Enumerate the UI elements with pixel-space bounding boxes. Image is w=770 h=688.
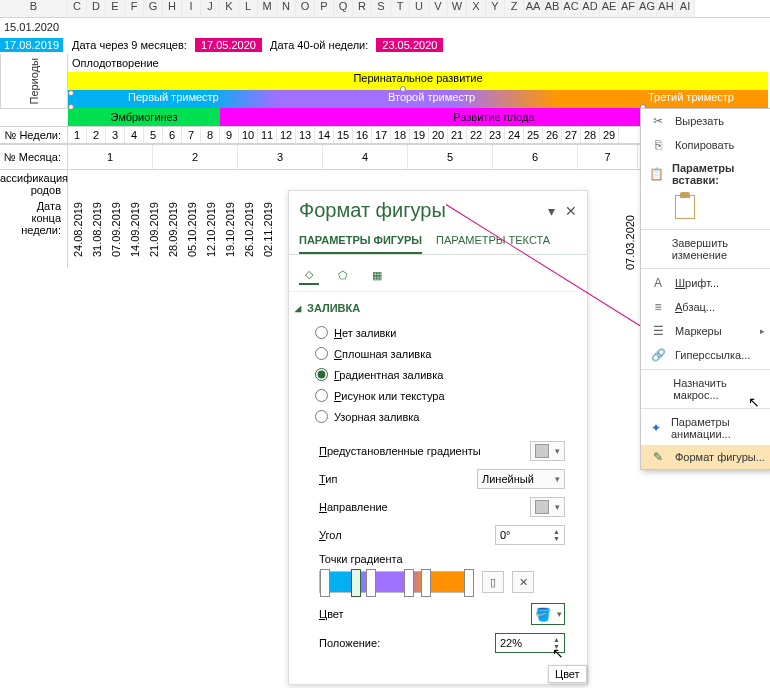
col[interactable]: AC xyxy=(562,0,581,17)
week-cell[interactable]: 24 xyxy=(505,127,524,143)
ctx-cut[interactable]: ✂Вырезать xyxy=(641,109,770,133)
tab-shape-options[interactable]: ПАРАМЕТРЫ ФИГУРЫ xyxy=(299,230,422,254)
ctx-bullets[interactable]: ☰Маркеры▸ xyxy=(641,319,770,343)
month-cell[interactable]: 4 xyxy=(323,145,408,169)
week-cell[interactable]: 9 xyxy=(220,127,239,143)
add-stop-button[interactable]: ▯ xyxy=(482,571,504,593)
cell-date-top[interactable]: 15.01.2020 xyxy=(0,21,68,33)
shape-handle[interactable] xyxy=(68,90,74,96)
col[interactable]: F xyxy=(125,0,144,17)
embryo-bar[interactable]: Эмбриогинез xyxy=(68,108,220,126)
col[interactable]: AD xyxy=(581,0,600,17)
col[interactable]: S xyxy=(372,0,391,17)
gradient-bar[interactable] xyxy=(319,571,474,593)
direction-dropdown[interactable]: ▾ xyxy=(530,497,565,517)
col[interactable]: N xyxy=(277,0,296,17)
col[interactable]: V xyxy=(429,0,448,17)
month-cell[interactable]: 7 xyxy=(578,145,638,169)
radio-picture-fill[interactable]: Рисунок или текстура xyxy=(315,385,577,406)
col[interactable]: L xyxy=(239,0,258,17)
week-cell[interactable]: 10 xyxy=(239,127,258,143)
col-B[interactable]: B xyxy=(0,0,68,17)
month-cell[interactable]: 3 xyxy=(238,145,323,169)
ctx-paragraph[interactable]: ≡Абзац... xyxy=(641,295,770,319)
week-cell[interactable]: 20 xyxy=(429,127,448,143)
shape-handle[interactable] xyxy=(68,104,74,110)
week-cell[interactable]: 18 xyxy=(391,127,410,143)
col[interactable]: C xyxy=(68,0,87,17)
color-picker-button[interactable]: 🪣▾ xyxy=(531,603,565,625)
perinatal-bar[interactable]: Перинатальное развитие xyxy=(68,72,768,90)
angle-input[interactable]: 0°▲▼ xyxy=(495,525,565,545)
col[interactable]: O xyxy=(296,0,315,17)
ctx-macro[interactable]: Назначить макрос... xyxy=(641,372,770,406)
week-cell[interactable]: 4 xyxy=(125,127,144,143)
ctx-format-shape[interactable]: ✎Формат фигуры... xyxy=(641,445,770,469)
ninemonths-value[interactable]: 17.05.2020 xyxy=(195,38,262,52)
col[interactable]: E xyxy=(106,0,125,17)
month-cell[interactable]: 2 xyxy=(153,145,238,169)
paste-option-button[interactable] xyxy=(675,195,695,219)
radio-pattern-fill[interactable]: Узорная заливка xyxy=(315,406,577,427)
week-cell[interactable]: 11 xyxy=(258,127,277,143)
week-cell[interactable]: 6 xyxy=(163,127,182,143)
gradient-stop[interactable] xyxy=(464,569,474,597)
pane-close-icon[interactable]: ✕ xyxy=(565,203,577,219)
col[interactable]: AB xyxy=(543,0,562,17)
radio-gradient-fill[interactable]: Градиентная заливка xyxy=(315,364,577,385)
month-cell[interactable]: 6 xyxy=(493,145,578,169)
gradient-stop-selected[interactable] xyxy=(351,569,361,597)
week-cell[interactable]: 29 xyxy=(600,127,619,143)
week-cell[interactable]: 19 xyxy=(410,127,429,143)
ctx-copy[interactable]: ⎘Копировать xyxy=(641,133,770,157)
col[interactable]: AA xyxy=(524,0,543,17)
gradient-stop[interactable] xyxy=(404,569,414,597)
week-cell[interactable]: 26 xyxy=(543,127,562,143)
week-cell[interactable]: 3 xyxy=(106,127,125,143)
col[interactable]: AF xyxy=(619,0,638,17)
gradient-stop[interactable] xyxy=(366,569,376,597)
col[interactable]: Q xyxy=(334,0,353,17)
fill-section-header[interactable]: ЗАЛИВКА xyxy=(289,292,587,318)
week-cell[interactable]: 21 xyxy=(448,127,467,143)
col[interactable]: U xyxy=(410,0,429,17)
week-cell[interactable]: 25 xyxy=(524,127,543,143)
week-cell[interactable]: 14 xyxy=(315,127,334,143)
ctx-hyperlink[interactable]: 🔗Гиперссылка... xyxy=(641,343,770,367)
week-cell[interactable]: 8 xyxy=(201,127,220,143)
week-cell[interactable]: 17 xyxy=(372,127,391,143)
week-cell[interactable]: 15 xyxy=(334,127,353,143)
fill-line-icon[interactable]: ◇ xyxy=(299,265,319,285)
effects-icon[interactable]: ⬠ xyxy=(333,265,353,285)
col[interactable]: AE xyxy=(600,0,619,17)
enddate-far[interactable]: 07.03.2020 xyxy=(620,215,639,272)
ctx-font[interactable]: AШрифт... xyxy=(641,271,770,295)
week-cell[interactable]: 28 xyxy=(581,127,600,143)
col[interactable]: Y xyxy=(486,0,505,17)
col[interactable]: H xyxy=(163,0,182,17)
week-cell[interactable]: 23 xyxy=(486,127,505,143)
month-cell[interactable]: 1 xyxy=(68,145,153,169)
start-date-cell[interactable]: 17.08.2019 xyxy=(0,38,63,52)
week-cell[interactable]: 27 xyxy=(562,127,581,143)
gradient-stop[interactable] xyxy=(320,569,330,597)
col[interactable]: J xyxy=(201,0,220,17)
col[interactable]: AH xyxy=(657,0,676,17)
col[interactable]: AG xyxy=(638,0,657,17)
col[interactable]: T xyxy=(391,0,410,17)
col[interactable]: M xyxy=(258,0,277,17)
remove-stop-button[interactable]: ✕ xyxy=(512,571,534,593)
col[interactable]: AI xyxy=(676,0,695,17)
week-cell[interactable]: 13 xyxy=(296,127,315,143)
col[interactable]: W xyxy=(448,0,467,17)
col[interactable]: Z xyxy=(505,0,524,17)
col[interactable]: G xyxy=(144,0,163,17)
radio-no-fill[interactable]: Нет заливки xyxy=(315,322,577,343)
week-cell[interactable]: 16 xyxy=(353,127,372,143)
col[interactable]: D xyxy=(87,0,106,17)
trimester-bar[interactable]: Первый триместр Второй триместр Третий т… xyxy=(68,90,768,108)
week-cell[interactable]: 1 xyxy=(68,127,87,143)
week-cell[interactable]: 2 xyxy=(87,127,106,143)
shape-handle[interactable] xyxy=(400,86,406,92)
week-cell[interactable]: 5 xyxy=(144,127,163,143)
